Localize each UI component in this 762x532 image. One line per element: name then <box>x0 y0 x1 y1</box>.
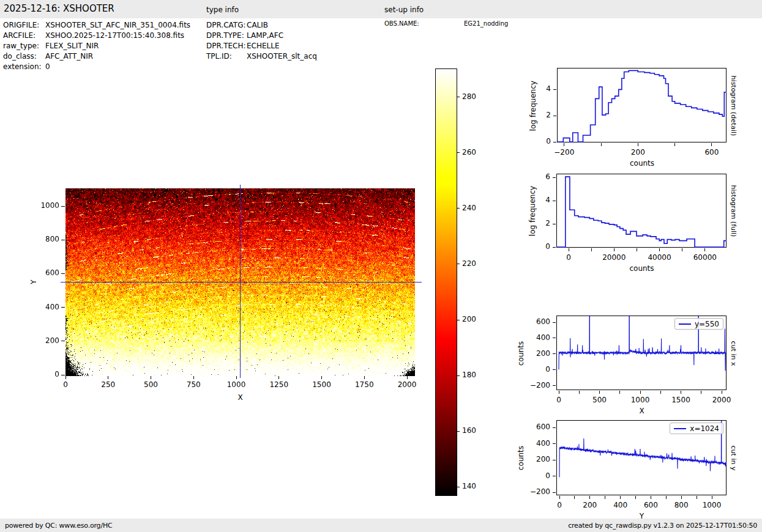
meta-label: do_class: <box>3 52 45 61</box>
x-tick <box>666 496 667 499</box>
meta-value: XSHOOTER_SLT_AFC_NIR_351_0004.fits <box>45 21 190 29</box>
colorbar-tick <box>457 152 460 153</box>
x-tick <box>407 376 408 379</box>
histogram_full-y-axis-label: log frequency <box>528 165 538 257</box>
x-tick-label: 200 <box>583 501 597 509</box>
x-tick <box>364 376 365 379</box>
y-tick-label: 800 <box>36 235 59 243</box>
x-tick-label: 600 <box>704 148 719 157</box>
y-tick-label: 600 <box>523 423 550 431</box>
meta-value: 0 <box>45 62 50 71</box>
footer-created-by: created by qc_rawdisp.py v1.2.3 on 2025-… <box>568 522 757 530</box>
y-tick-label: 0 <box>36 370 59 379</box>
x-tick-label: 60000 <box>693 253 717 262</box>
colorbar-tick-label: 220 <box>462 259 476 268</box>
x-tick <box>151 376 151 379</box>
page-title: 2025-12-16: XSHOOTER <box>4 3 114 14</box>
file-info-row: ARCFILE:XSHOO.2025-12-17T00:15:40.308.fi… <box>3 31 184 40</box>
footer-powered-by: powered by QC: www.eso.org/HC <box>5 522 112 530</box>
x-tick <box>712 496 712 499</box>
x-tick <box>682 248 682 251</box>
x-tick <box>589 496 590 499</box>
type-info-heading: type info <box>206 6 239 14</box>
x-tick-label: 1500 <box>671 396 690 404</box>
x-tick <box>614 248 614 251</box>
meta-value: LAMP,AFC <box>247 31 283 40</box>
x-tick <box>651 496 651 499</box>
setup-info-heading: set-up info <box>384 6 424 14</box>
file-info-row: raw_type:FLEX_SLIT_NIR <box>3 42 99 50</box>
x-tick-label: 500 <box>144 380 158 389</box>
meta-label: ORIGFILE: <box>3 21 45 29</box>
meta-value: AFC_ATT_NIR <box>45 52 93 61</box>
colorbar-tick <box>457 320 460 320</box>
cut_y-x-axis-label: Y <box>618 512 667 520</box>
y-tick-label: 400 <box>36 303 59 311</box>
qc-report-page: 2025-12-16: XSHOOTER type info set-up in… <box>0 0 762 532</box>
meta-label: DPR.TYPE: <box>206 31 247 40</box>
y-tick-label: 400 <box>523 333 550 342</box>
meta-label: ARCFILE: <box>3 31 45 40</box>
y-tick <box>553 492 556 493</box>
footer-bar: powered by QC: www.eso.org/HC created by… <box>0 519 762 532</box>
y-tick <box>61 273 65 274</box>
histogram_detail-data-line <box>558 70 727 142</box>
x-tick-label: 250 <box>101 380 115 389</box>
x-tick <box>601 143 602 146</box>
histogram_full-side-label: histogram (full) <box>728 165 738 257</box>
colorbar-tick-label: 180 <box>462 371 476 379</box>
colorbar-canvas <box>436 69 457 495</box>
y-tick <box>553 89 556 90</box>
x-tick <box>564 143 564 146</box>
y-tick <box>61 307 65 308</box>
x-tick <box>701 391 701 394</box>
x-tick-label: 1000 <box>703 501 722 509</box>
x-tick-label: 40000 <box>648 253 671 262</box>
y-tick <box>61 375 65 375</box>
x-tick-label: 400 <box>613 501 627 509</box>
x-tick <box>574 496 575 499</box>
x-tick <box>559 496 560 499</box>
x-tick <box>620 496 621 499</box>
histogram_detail-side-label: histogram (detail) <box>728 60 738 152</box>
x-tick-label: 500 <box>592 396 607 404</box>
y-tick <box>553 427 556 428</box>
y-tick <box>553 201 556 201</box>
y-tick-label: 200 <box>523 455 550 464</box>
legend-label: y=550 <box>695 320 719 328</box>
y-tick <box>553 385 556 386</box>
x-tick <box>591 248 592 251</box>
file-info-row: extension:0 <box>3 62 50 71</box>
cut_y-side-label: cut in y <box>728 412 738 504</box>
colorbar-tick-label: 200 <box>462 315 476 323</box>
meta-label: DPR.TECH: <box>206 42 247 50</box>
meta-value: CALIB <box>247 21 268 29</box>
y-tick <box>553 443 556 444</box>
x-tick <box>674 143 675 146</box>
meta-value: XSHOO.2025-12-17T00:15:40.308.fits <box>45 31 184 40</box>
legend-line-sample <box>679 323 691 325</box>
colorbar-tick <box>457 97 460 97</box>
meta-value: FLEX_SLIT_NIR <box>45 42 99 50</box>
x-tick <box>659 248 660 251</box>
x-tick-label: 0 <box>566 253 571 262</box>
cut_x-legend: y=550 <box>674 318 723 330</box>
histogram_full-x-axis-label: counts <box>618 264 667 273</box>
y-tick <box>553 353 556 354</box>
x-tick <box>579 391 580 394</box>
y-tick <box>61 240 65 240</box>
y-tick <box>61 341 65 341</box>
histogram_detail-x-axis-label: counts <box>618 159 667 168</box>
histogram_full-data-line <box>557 177 727 247</box>
file-info-row: do_class:AFC_ATT_NIR <box>3 52 93 61</box>
file-info-row: ORIGFILE:XSHOOTER_SLT_AFC_NIR_351_0004.f… <box>3 21 190 29</box>
x-tick-label: 800 <box>674 501 689 509</box>
x-tick-label: 0 <box>556 396 561 404</box>
y-tick <box>553 338 556 338</box>
type-info-row: TPL.ID:XSHOOTER_slt_acq <box>206 52 317 61</box>
x-tick <box>108 376 108 379</box>
x-tick <box>635 496 636 499</box>
x-tick <box>681 496 682 499</box>
type-info-row: DPR.CATG:CALIB <box>206 21 268 29</box>
histogram_detail-y-axis-label: log frequency <box>529 60 539 152</box>
